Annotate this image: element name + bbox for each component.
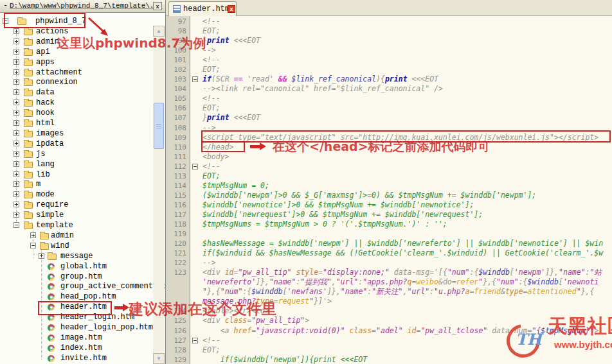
tree-item-wind[interactable]: wind — [0, 241, 165, 251]
expand-icon[interactable] — [14, 171, 19, 177]
code-text[interactable]: $winddb['newnotice']>0 && $tmpMsgNum += … — [201, 200, 612, 210]
tree-item-m[interactable]: m — [0, 179, 165, 189]
code-text[interactable]: --> — [201, 258, 612, 268]
expand-icon[interactable] — [14, 181, 19, 187]
fold-toggle[interactable] — [192, 338, 198, 343]
code-text[interactable]: <a href="javascript:void(0)" class="adel… — [201, 326, 612, 336]
scroll-down-button[interactable]: ▼ — [153, 353, 165, 364]
tree-item-hook[interactable]: hook — [0, 108, 165, 118]
code-text[interactable]: }print <<<EOT — [201, 113, 612, 123]
panel-collapse-dash[interactable]: - — [3, 1, 8, 10]
code-text[interactable]: </head> — [201, 143, 612, 152]
code-text[interactable]: <!-- — [201, 94, 612, 103]
tree-item-index-htm[interactable]: index.htm — [0, 343, 165, 353]
tree-item-header-htm[interactable]: header.htm — [0, 302, 165, 312]
tree-item-data[interactable]: data — [0, 87, 165, 98]
tab-close-button[interactable]: x — [228, 5, 235, 13]
tree-item-phpwind-8-7[interactable]: phpwind_8_7 — [0, 16, 165, 26]
fold-toggle[interactable] — [192, 164, 198, 169]
expand-icon[interactable] — [30, 232, 36, 238]
panel-close-button[interactable]: x — [153, 2, 162, 10]
tree-item-head-pop-htm[interactable]: head_pop.htm — [0, 291, 165, 302]
code-text[interactable]: message.php?type=request"}]'> — [201, 297, 612, 306]
expand-icon[interactable] — [39, 253, 44, 259]
expand-icon[interactable] — [14, 69, 19, 75]
expand-icon[interactable] — [14, 161, 19, 167]
code-text[interactable]: "},{"num":{$winddb['newfans']},"name":"新… — [201, 287, 612, 297]
scroll-up-button[interactable]: ▲ — [153, 26, 165, 37]
expand-icon[interactable] — [14, 100, 19, 105]
tree-item-simple[interactable]: simple — [0, 210, 165, 220]
code-text[interactable]: if(SCR == 'read' && $link_ref_canonical)… — [201, 74, 612, 84]
code-text[interactable]: 'newreferto']},"name":"提到我","url":"apps.… — [201, 277, 612, 287]
code-editor[interactable]: 97<!--98EOT;99}print <<<EOT100-->101<!--… — [166, 16, 612, 364]
code-text[interactable]: EOT; — [201, 65, 612, 74]
code-text[interactable]: <div class="pw_all_tip"> — [201, 316, 612, 325]
tree-item-actions[interactable]: actions — [0, 26, 165, 37]
code-text[interactable]: ($winddb['newpm']>0 && $_G['maxmsg']>=0)… — [201, 191, 612, 200]
code-text[interactable]: EOT; — [201, 103, 612, 113]
code-text[interactable]: EOT; — [201, 171, 612, 181]
tree-item-js[interactable]: js — [0, 149, 165, 159]
tree-item-hack[interactable]: hack — [0, 98, 165, 108]
tree-item-group-htm[interactable]: group.htm — [0, 272, 165, 282]
scroll-thumb[interactable] — [154, 103, 164, 149]
expand-icon[interactable] — [14, 39, 19, 44]
tree-item-lib[interactable]: lib — [0, 169, 165, 180]
tree-item-html[interactable]: html — [0, 118, 165, 128]
code-text[interactable]: }print <<<EOT — [201, 36, 612, 46]
tree-item-connexion[interactable]: connexion — [0, 77, 165, 87]
collapse-icon[interactable] — [3, 18, 8, 24]
tree-item-images[interactable]: images — [0, 128, 165, 139]
code-text[interactable]: $tmpMsgNums = $tmpMsgNum > 0 ? '('.$tmpM… — [201, 220, 612, 229]
tree-item-apps[interactable]: apps — [0, 57, 165, 67]
code-text[interactable]: if($winddb['newpm']){print <<<EOT — [201, 355, 612, 364]
code-text[interactable]: $hasNewMessage = $winddb['newpm'] || $wi… — [201, 239, 612, 248]
tree-item-global-htm[interactable]: global.htm — [0, 261, 165, 272]
code-text[interactable]: EOT; — [201, 345, 612, 355]
code-text[interactable]: $tmpMsgNum = 0; — [201, 181, 612, 191]
tree-item-ipdata[interactable]: ipdata — [0, 139, 165, 149]
tree-item-admin[interactable]: admin — [0, 230, 165, 241]
code-text[interactable]: <!-- — [201, 336, 612, 345]
tree-item-lang[interactable]: lang — [0, 159, 165, 169]
expand-icon[interactable] — [14, 79, 19, 85]
code-text[interactable]: --> — [201, 123, 612, 133]
code-text[interactable]: --> — [201, 46, 612, 55]
expand-icon[interactable] — [14, 28, 19, 34]
tree-item-attachment[interactable]: attachment — [0, 67, 165, 78]
collapse-icon[interactable] — [30, 243, 36, 248]
tree-item-invite-htm[interactable]: invite.htm — [0, 353, 165, 363]
fold-toggle[interactable] — [192, 76, 198, 82]
expand-icon[interactable] — [14, 212, 19, 218]
expand-icon[interactable] — [14, 120, 19, 126]
tree-item-admin[interactable]: admin — [0, 37, 165, 47]
code-text[interactable]: --><link rel="canonical" href="$link_ref… — [201, 84, 612, 94]
code-text[interactable]: <!-- — [201, 55, 612, 65]
code-text[interactable]: if($winduid && $hasNewMessage && (!GetCo… — [201, 248, 612, 258]
tree-item-template[interactable]: template — [0, 220, 165, 230]
code-text[interactable]: <script type="text/javascript" src="http… — [201, 133, 612, 143]
tab-header-htm[interactable]: header.htm x — [168, 1, 237, 16]
tree-item-group-active-comment-htm[interactable]: group_active_comment.htm — [0, 281, 165, 291]
code-text[interactable]: <!-- — [201, 162, 612, 171]
expand-icon[interactable] — [14, 59, 19, 65]
expand-icon[interactable] — [14, 49, 19, 55]
code-text[interactable]: EOT; — [201, 26, 612, 36]
collapse-icon[interactable] — [14, 222, 19, 228]
expand-icon[interactable] — [14, 110, 19, 116]
code-text[interactable]: $winddb['newrequest']>0 && $tmpMsgNum +=… — [201, 210, 612, 220]
tree-scrollbar[interactable]: ▲ ▼ — [153, 26, 165, 364]
code-text[interactable]: <body> — [201, 152, 612, 162]
tree-item-api[interactable]: api — [0, 47, 165, 57]
tree-item-header-login-pop-htm[interactable]: header_login_pop.htm — [0, 322, 165, 333]
expand-icon[interactable] — [14, 141, 19, 146]
expand-icon[interactable] — [14, 130, 19, 136]
expand-icon[interactable] — [14, 191, 19, 197]
tree-item-require[interactable]: require — [0, 200, 165, 210]
tree-item-header-login-htm[interactable]: header_login.htm — [0, 312, 165, 322]
expand-icon[interactable] — [14, 151, 19, 157]
tree-item-image-htm[interactable]: image.htm — [0, 333, 165, 343]
code-text[interactable]: <div id="pw_all_tip" style="display:none… — [201, 268, 612, 277]
code-text[interactable]: <table><tr><td> — [201, 306, 612, 316]
